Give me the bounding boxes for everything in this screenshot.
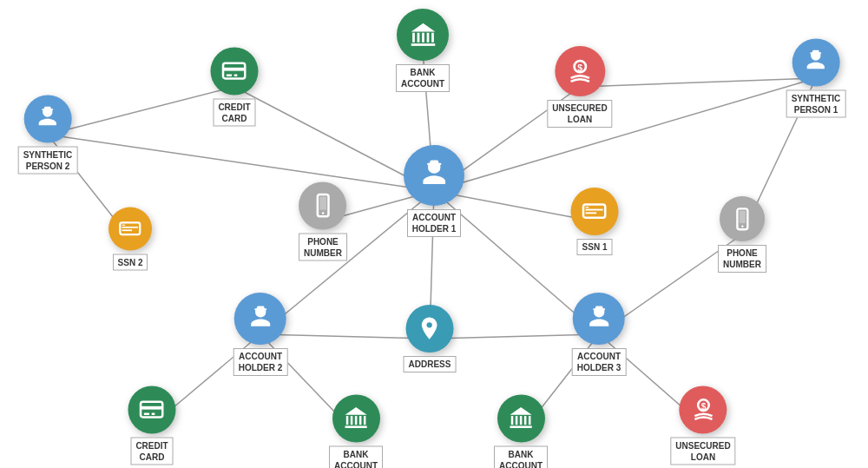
- label-bank_account_right: BANKACCOUNT: [494, 446, 548, 469]
- icon-creditcard: [128, 386, 176, 434]
- svg-marker-49: [345, 407, 366, 415]
- label-bank_account_top: BANKACCOUNT: [396, 64, 450, 92]
- icon-person: [573, 293, 625, 345]
- svg-rect-76: [122, 225, 125, 226]
- label-credit_card_bottom: CREDITCARD: [130, 438, 173, 465]
- node-ssn_2: SSN 2: [108, 208, 152, 271]
- node-account_holder_2: ACCOUNTHOLDER 2: [233, 293, 288, 376]
- circle-account_holder_2: [234, 293, 286, 345]
- label-credit_card_top: CREDITCARD: [213, 99, 255, 127]
- svg-rect-48: [345, 426, 366, 429]
- node-account_holder_3: ACCOUNTHOLDER 3: [572, 293, 627, 376]
- svg-marker-42: [411, 23, 435, 31]
- icon-phone: [720, 196, 765, 241]
- svg-rect-60: [234, 75, 238, 77]
- label-synthetic_person_1: SYNTHETICPERSON 1: [786, 90, 846, 118]
- svg-rect-64: [152, 413, 155, 416]
- svg-rect-36: [412, 32, 415, 42]
- svg-line-13: [48, 135, 434, 191]
- label-phone_number_top: PHONENUMBER: [299, 234, 347, 261]
- label-address: ADDRESS: [404, 356, 457, 372]
- circle-phone_number_top: [299, 182, 346, 230]
- svg-rect-63: [144, 413, 149, 416]
- svg-rect-45: [355, 416, 358, 425]
- label-phone_number_right: PHONENUMBER: [718, 245, 766, 273]
- icon-phone: [299, 182, 346, 230]
- svg-rect-74: [122, 227, 138, 228]
- svg-rect-71: [586, 213, 597, 214]
- circle-bank_account_left: [332, 395, 380, 443]
- node-address: ADDRESS: [404, 305, 457, 372]
- circle-unsecured_loan_top: $: [555, 46, 605, 96]
- node-phone_number_top: PHONENUMBER: [299, 182, 347, 261]
- icon-person: [234, 293, 286, 345]
- icon-person: [23, 96, 71, 143]
- svg-rect-35: [44, 107, 51, 110]
- node-ssn_1: SSN 1: [571, 188, 619, 255]
- svg-rect-39: [426, 32, 429, 42]
- icon-person: [792, 39, 839, 87]
- node-credit_card_bottom: CREDITCARD: [128, 386, 176, 465]
- label-ssn_2: SSN 2: [113, 254, 148, 271]
- label-unsecured_loan_top: UNSECUREDLOAN: [547, 100, 612, 128]
- node-unsecured_loan_top: $ UNSECUREDLOAN: [547, 46, 612, 128]
- label-ssn_1: SSN 1: [577, 239, 613, 255]
- svg-rect-51: [516, 416, 518, 425]
- svg-rect-53: [524, 416, 527, 425]
- svg-rect-26: [257, 306, 264, 309]
- svg-rect-59: [227, 75, 232, 77]
- svg-line-9: [580, 78, 816, 87]
- node-account_holder_1: ACCOUNTHOLDER 1: [404, 145, 464, 237]
- circle-bank_account_right: [497, 395, 545, 443]
- node-bank_account_left: BANKACCOUNT: [329, 395, 383, 469]
- node-phone_number_right: PHONENUMBER: [718, 196, 766, 273]
- circle-ssn_1: [571, 188, 619, 235]
- svg-point-79: [322, 213, 325, 215]
- svg-rect-46: [359, 416, 362, 425]
- icon-person: [404, 145, 464, 206]
- node-bank_account_right: BANKACCOUNT: [494, 395, 548, 469]
- svg-rect-37: [417, 32, 419, 42]
- circle-synthetic_person_1: [792, 39, 839, 87]
- svg-rect-72: [586, 207, 589, 208]
- svg-point-82: [741, 225, 743, 227]
- svg-rect-81: [739, 210, 745, 222]
- icon-bank: [397, 9, 449, 61]
- label-synthetic_person_2: SYNTHETICPERSON 2: [18, 147, 78, 175]
- svg-rect-62: [141, 406, 162, 410]
- icon-address: [406, 305, 454, 353]
- svg-text:$: $: [577, 63, 582, 73]
- svg-rect-70: [586, 209, 603, 211]
- svg-rect-54: [529, 416, 531, 425]
- label-bank_account_left: BANKACCOUNT: [329, 446, 383, 469]
- svg-rect-32: [812, 50, 819, 54]
- graph-container: ACCOUNTHOLDER 1 ACCOUNTHOLDER 2 ACCOUNTH…: [0, 0, 868, 468]
- svg-rect-58: [223, 68, 245, 71]
- icon-ssn: [571, 188, 619, 235]
- node-bank_account_top: BANKACCOUNT: [396, 9, 450, 92]
- circle-credit_card_bottom: [128, 386, 176, 434]
- circle-credit_card_top: [211, 48, 259, 96]
- svg-rect-43: [346, 416, 349, 425]
- circle-phone_number_right: [720, 196, 765, 241]
- svg-rect-50: [511, 416, 514, 425]
- node-unsecured_loan_bottom: $ UNSECUREDLOAN: [670, 386, 735, 465]
- svg-rect-23: [430, 160, 438, 164]
- svg-line-8: [434, 78, 816, 191]
- svg-rect-47: [364, 416, 366, 425]
- circle-synthetic_person_2: [23, 96, 71, 143]
- icon-loan: $: [555, 46, 605, 96]
- svg-marker-56: [510, 407, 531, 415]
- svg-rect-69: [583, 205, 605, 218]
- svg-rect-29: [595, 306, 602, 309]
- circle-account_holder_3: [573, 293, 625, 345]
- circle-unsecured_loan_bottom: $: [680, 386, 727, 434]
- svg-rect-38: [422, 32, 424, 42]
- circle-account_holder_1: [404, 145, 464, 206]
- label-account_holder_2: ACCOUNTHOLDER 2: [233, 348, 288, 376]
- svg-point-83: [427, 323, 432, 328]
- svg-text:$: $: [700, 402, 706, 412]
- node-credit_card_top: CREDITCARD: [211, 48, 259, 127]
- circle-ssn_2: [108, 208, 152, 251]
- circle-bank_account_top: [397, 9, 449, 61]
